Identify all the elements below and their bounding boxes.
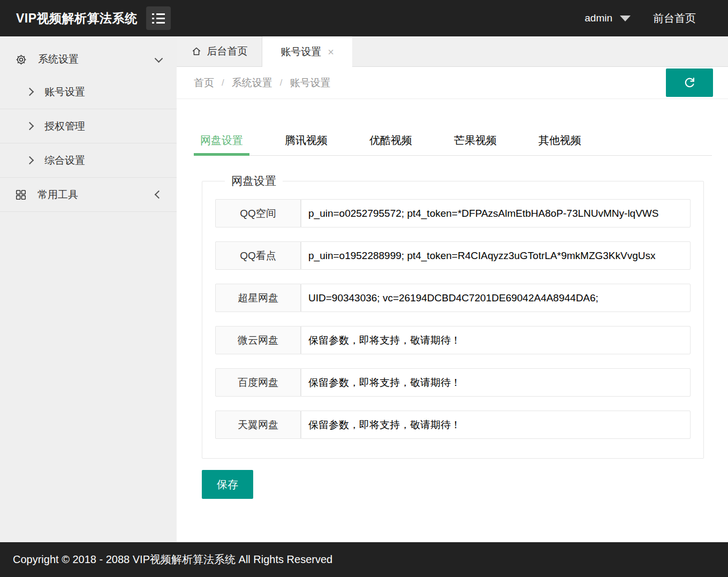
baidu-netdisk-input[interactable] [301,368,691,397]
sidebar-group-system-settings[interactable]: 系统设置 [0,44,177,75]
field-label: 百度网盘 [215,368,301,397]
weiyun-netdisk-input[interactable] [301,326,691,354]
sidebar: 系统设置 账号设置 授权管理 综合设置 [0,36,177,542]
form-row-qq-zone: QQ空间 [215,199,691,227]
sidebar-item-label: 授权管理 [44,119,85,133]
netdisk-settings-fieldset: 网盘设置 QQ空间 QQ看点 超星网盘 微云网盘 [202,173,704,459]
content-panel: 网盘设置 腾讯视频 优酷视频 芒果视频 其他视频 网盘设置 QQ空间 QQ看点 [177,99,728,542]
home-icon [191,46,202,57]
tab-backend-home[interactable]: 后台首页 [177,36,262,66]
app-title: VIP视频解析算法系统 [16,10,138,27]
form-row-qq-kandian: QQ看点 [215,241,691,270]
gear-icon [15,54,27,66]
field-label: 超星网盘 [215,284,301,312]
tab-label: 账号设置 [280,45,321,59]
header-right: admin 前台首页 [585,11,696,26]
front-home-link[interactable]: 前台首页 [653,11,696,26]
sidebar-group-common-tools[interactable]: 常用工具 [0,178,177,212]
sidebar-toggle-button[interactable] [146,6,171,30]
grid-icon [15,189,27,201]
refresh-button[interactable] [666,69,713,97]
sidebar-group-label: 常用工具 [37,188,78,202]
sidebar-item-account-settings[interactable]: 账号设置 [0,75,177,109]
list-menu-icon [152,13,165,24]
form-row-weiyun-netdisk: 微云网盘 [215,326,691,354]
tab-account-settings[interactable]: 账号设置 × [262,36,352,67]
breadcrumb-separator: / [222,78,224,88]
top-header: VIP视频解析算法系统 admin 前台首页 [0,0,728,36]
user-dropdown[interactable]: admin [585,12,631,24]
chaoxing-netdisk-input[interactable] [301,284,691,312]
sidebar-group-label: 系统设置 [38,52,79,66]
form-row-tianyi-netdisk: 天翼网盘 [215,411,691,439]
breadcrumb-system-settings[interactable]: 系统设置 [232,76,272,90]
username-label: admin [585,12,612,24]
save-button[interactable]: 保存 [202,470,253,499]
field-label: 天翼网盘 [215,411,301,439]
tianyi-netdisk-input[interactable] [301,411,691,439]
qq-zone-input[interactable] [301,199,691,227]
tab-other-video[interactable]: 其他视频 [532,126,588,155]
sidebar-item-label: 账号设置 [44,85,85,99]
tab-youku-video[interactable]: 优酷视频 [363,126,419,155]
breadcrumb-separator: / [280,78,283,88]
chevron-right-icon [26,122,34,131]
breadcrumb-home[interactable]: 首页 [194,76,214,90]
tab-tencent-video[interactable]: 腾讯视频 [278,126,334,155]
sidebar-item-authorization[interactable]: 授权管理 [0,109,177,143]
form-row-baidu-netdisk: 百度网盘 [215,368,691,397]
copyright-text: Copyright © 2018 - 2088 VIP视频解析算法系统 All … [13,552,332,567]
field-label: 微云网盘 [215,326,301,354]
sidebar-item-general-settings[interactable]: 综合设置 [0,143,177,178]
app-window: VIP视频解析算法系统 admin 前台首页 [0,0,728,577]
breadcrumb-current: 账号设置 [290,76,330,90]
close-icon[interactable]: × [328,47,334,57]
tab-label: 后台首页 [207,44,248,58]
settings-tabs: 网盘设置 腾讯视频 优酷视频 芒果视频 其他视频 [194,126,712,156]
chevron-down-icon [620,16,631,21]
chevron-left-icon [155,191,163,199]
fieldset-legend: 网盘设置 [225,173,283,188]
chevron-right-icon [26,88,34,96]
form-row-chaoxing-netdisk: 超星网盘 [215,284,691,312]
field-label: QQ看点 [215,241,301,270]
refresh-icon [682,75,697,90]
window-tabstrip: 后台首页 账号设置 × [177,36,728,67]
main-area: 后台首页 账号设置 × 首页 / 系统设置 / 账号设置 [177,36,728,542]
tab-netdisk-settings[interactable]: 网盘设置 [194,126,249,155]
breadcrumb: 首页 / 系统设置 / 账号设置 [177,67,728,99]
field-label: QQ空间 [215,199,301,227]
footer: Copyright © 2018 - 2088 VIP视频解析算法系统 All … [0,542,728,577]
chevron-down-icon [155,54,163,63]
sidebar-item-label: 综合设置 [44,154,85,168]
middle-area: 系统设置 账号设置 授权管理 综合设置 [0,36,728,542]
qq-kandian-input[interactable] [301,241,691,270]
chevron-right-icon [26,156,34,165]
tab-mango-video[interactable]: 芒果视频 [448,126,503,155]
